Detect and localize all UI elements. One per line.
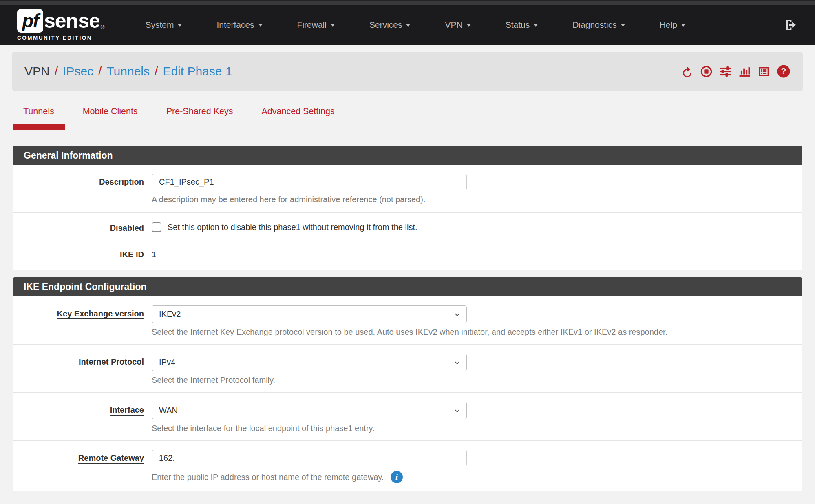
- pf-logo-box: pf: [17, 9, 43, 33]
- ike-id-label: IKE ID: [13, 246, 152, 259]
- main-menu: System Interfaces Firewall Services VPN …: [128, 20, 703, 30]
- breadcrumb-link-edit-phase1[interactable]: Edit Phase 1: [163, 64, 232, 78]
- internet-protocol-value: IPv4: [159, 358, 175, 367]
- panel-title: IKE Endpoint Configuration: [24, 281, 147, 292]
- svg-text:?: ?: [781, 66, 786, 76]
- menu-vpn[interactable]: VPN: [428, 20, 488, 30]
- ike-id-value: 1: [152, 246, 785, 259]
- disabled-checkbox-label: Set this option to disable this phase1 w…: [168, 223, 417, 232]
- remote-gateway-input[interactable]: [152, 450, 467, 466]
- internet-protocol-help: Select the Internet Protocol family.: [152, 376, 785, 385]
- interface-row: Interface WAN Select the interface for t…: [13, 392, 802, 440]
- navbar-top-strip: [0, 0, 815, 5]
- sliders-icon[interactable]: [719, 65, 732, 78]
- list-icon[interactable]: [758, 65, 770, 78]
- menu-system[interactable]: System: [128, 20, 199, 30]
- ike-id-row: IKE ID 1: [13, 239, 802, 270]
- tab-tunnels[interactable]: Tunnels: [13, 106, 65, 130]
- chevron-down-icon: [454, 311, 461, 318]
- stop-icon[interactable]: [700, 65, 713, 78]
- internet-protocol-row: Internet Protocol IPv4 Select the Intern…: [13, 344, 802, 392]
- disabled-checkbox[interactable]: [152, 222, 161, 232]
- key-exchange-row: Key Exchange version IKEv2 Select the In…: [13, 296, 802, 344]
- remote-gateway-row: Remote Gateway Enter the public IP addre…: [13, 440, 802, 491]
- chevron-down-icon: [177, 24, 182, 27]
- interface-label: Interface: [13, 402, 152, 433]
- pf-logo-text: pf: [22, 10, 38, 32]
- tab-mobile-clients[interactable]: Mobile Clients: [72, 106, 148, 130]
- tab-bar: Tunnels Mobile Clients Pre-Shared Keys A…: [13, 106, 803, 130]
- description-row: Description A description may be entered…: [13, 165, 802, 212]
- info-icon[interactable]: i: [391, 471, 403, 483]
- description-help: A description may be entered here for ad…: [152, 195, 785, 204]
- interface-value: WAN: [159, 406, 178, 415]
- chevron-down-icon: [330, 24, 335, 27]
- general-information-panel: General Information Description A descri…: [13, 146, 802, 270]
- key-exchange-select[interactable]: IKEv2: [152, 305, 467, 323]
- menu-help[interactable]: Help: [643, 20, 703, 30]
- top-navbar: pf sense ® COMMUNITY EDITION System Inte…: [0, 0, 815, 45]
- breadcrumb: VPN / IPsec / Tunnels / Edit Phase 1: [24, 64, 232, 78]
- sign-out-icon[interactable]: [784, 18, 798, 32]
- key-exchange-label: Key Exchange version: [13, 305, 152, 337]
- menu-diagnostics[interactable]: Diagnostics: [555, 20, 643, 30]
- breadcrumb-section: VPN: [24, 64, 50, 78]
- registered-mark: ®: [101, 24, 105, 30]
- chevron-down-icon: [466, 24, 471, 27]
- tab-advanced-settings[interactable]: Advanced Settings: [251, 106, 345, 130]
- help-icon[interactable]: ?: [777, 64, 791, 78]
- chevron-down-icon: [621, 24, 625, 27]
- page-action-icons: ?: [681, 64, 791, 78]
- breadcrumb-link-ipsec[interactable]: IPsec: [63, 64, 93, 78]
- sense-logo-text: sense: [44, 9, 100, 33]
- menu-status[interactable]: Status: [488, 20, 556, 30]
- panel-title: General Information: [24, 150, 113, 161]
- refresh-icon[interactable]: [681, 65, 694, 78]
- breadcrumb-bar: VPN / IPsec / Tunnels / Edit Phase 1: [12, 52, 803, 91]
- menu-services[interactable]: Services: [352, 20, 428, 30]
- interface-select[interactable]: WAN: [152, 402, 467, 419]
- description-input[interactable]: [152, 174, 467, 190]
- chevron-down-icon: [406, 24, 411, 27]
- community-edition-label: COMMUNITY EDITION: [17, 35, 104, 41]
- pfsense-logo[interactable]: pf sense ® COMMUNITY EDITION: [17, 9, 104, 41]
- remote-gateway-help: Enter the public IP address or host name…: [152, 473, 384, 482]
- breadcrumb-separator: /: [155, 64, 158, 78]
- tab-pre-shared-keys[interactable]: Pre-Shared Keys: [156, 106, 244, 130]
- key-exchange-value: IKEv2: [159, 309, 181, 319]
- chevron-down-icon: [681, 24, 686, 27]
- disabled-row: Disabled Set this option to disable this…: [13, 212, 802, 239]
- breadcrumb-separator: /: [98, 64, 102, 78]
- internet-protocol-label: Internet Protocol: [13, 354, 152, 385]
- description-label: Description: [13, 174, 152, 204]
- chevron-down-icon: [533, 24, 538, 27]
- general-information-header: General Information: [13, 146, 802, 165]
- ike-endpoint-header: IKE Endpoint Configuration: [13, 277, 802, 296]
- ike-endpoint-panel: IKE Endpoint Configuration Key Exchange …: [13, 277, 802, 491]
- chevron-down-icon: [454, 407, 461, 414]
- bar-chart-icon[interactable]: [738, 65, 751, 78]
- chevron-down-icon: [454, 359, 461, 366]
- chevron-down-icon: [258, 24, 263, 27]
- disabled-label: Disabled: [13, 220, 152, 233]
- remote-gateway-label: Remote Gateway: [13, 450, 152, 483]
- key-exchange-help: Select the Internet Key Exchange protoco…: [152, 327, 785, 337]
- breadcrumb-link-tunnels[interactable]: Tunnels: [106, 64, 150, 78]
- menu-interfaces[interactable]: Interfaces: [199, 20, 280, 30]
- breadcrumb-separator: /: [55, 64, 58, 78]
- interface-help: Select the interface for the local endpo…: [152, 424, 785, 433]
- internet-protocol-select[interactable]: IPv4: [152, 354, 467, 371]
- menu-firewall[interactable]: Firewall: [280, 20, 352, 30]
